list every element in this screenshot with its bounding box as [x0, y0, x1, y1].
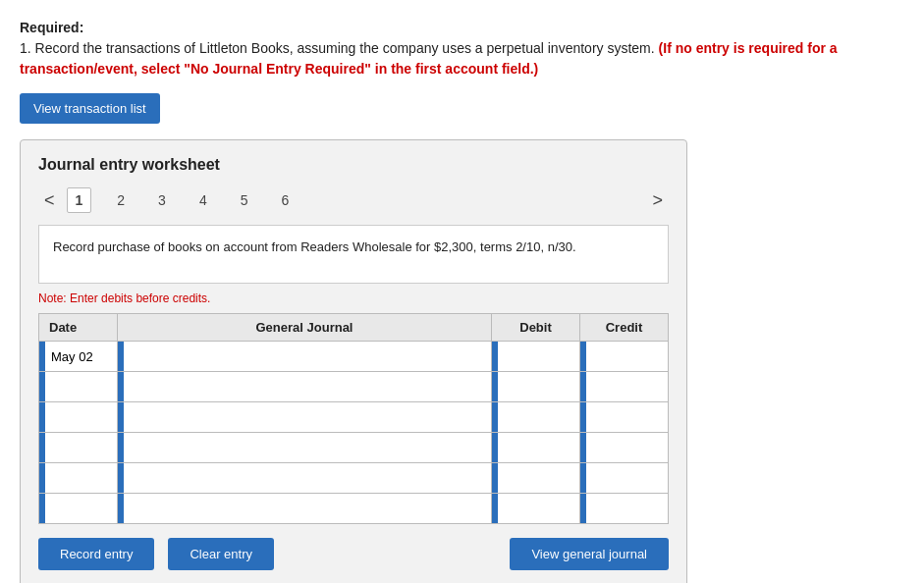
record-entry-button[interactable]: Record entry: [38, 538, 154, 570]
input-debit-6[interactable]: [498, 494, 579, 523]
cell-credit-5: [580, 463, 669, 494]
table-row: [39, 372, 669, 402]
cell-debit-4: [492, 433, 580, 463]
input-date-1[interactable]: [45, 342, 117, 371]
nav-tabs: 1 2 3 4 5 6: [67, 187, 298, 213]
input-credit-1[interactable]: [586, 342, 668, 371]
input-journal-3[interactable]: [124, 402, 491, 432]
table-row: [39, 342, 669, 372]
cell-credit-2: [580, 372, 669, 402]
input-journal-1[interactable]: [124, 342, 491, 371]
nav-tab-3[interactable]: 3: [150, 188, 174, 212]
cell-debit-6: [492, 494, 580, 524]
input-debit-5[interactable]: [498, 463, 579, 493]
cell-debit-1: [492, 342, 580, 372]
cell-debit-2: [492, 372, 580, 402]
input-journal-5[interactable]: [124, 463, 491, 493]
view-general-journal-button[interactable]: View general journal: [510, 538, 669, 570]
worksheet-title: Journal entry worksheet: [38, 156, 669, 174]
cell-journal-6: [118, 494, 492, 524]
table-row: [39, 463, 669, 494]
input-debit-1[interactable]: [498, 342, 579, 371]
input-date-3[interactable]: [45, 402, 117, 432]
description-box: Record purchase of books on account from…: [38, 225, 669, 284]
nav-row: < 1 2 3 4 5 6 >: [38, 187, 669, 213]
input-credit-3[interactable]: [586, 402, 668, 432]
input-credit-4[interactable]: [586, 433, 668, 462]
input-date-6[interactable]: [45, 494, 117, 523]
nav-arrow-left[interactable]: <: [38, 188, 61, 213]
cell-journal-5: [118, 463, 492, 494]
input-credit-5[interactable]: [586, 463, 668, 493]
nav-arrow-right[interactable]: >: [646, 188, 669, 213]
cell-journal-2: [118, 372, 492, 402]
nav-tab-5[interactable]: 5: [233, 188, 256, 212]
cell-debit-5: [492, 463, 580, 494]
cell-credit-3: [580, 402, 669, 433]
col-general-journal: General Journal: [118, 314, 492, 342]
cell-date-2: [39, 372, 118, 402]
input-credit-2[interactable]: [586, 372, 668, 401]
clear-entry-button[interactable]: Clear entry: [168, 538, 274, 570]
worksheet-container: Journal entry worksheet < 1 2 3 4 5 6 > …: [20, 139, 687, 583]
note-text: Note: Enter debits before credits.: [38, 292, 669, 305]
input-date-2[interactable]: [45, 372, 117, 401]
description-text: Record purchase of books on account from…: [53, 239, 576, 254]
input-journal-4[interactable]: [124, 433, 491, 462]
table-row: [39, 494, 669, 524]
cell-credit-1: [580, 342, 669, 372]
journal-table: Date General Journal Debit Credit: [38, 313, 669, 524]
required-label: Required:: [20, 20, 83, 35]
cell-journal-4: [118, 433, 492, 463]
cell-credit-6: [580, 494, 669, 524]
nav-tab-6[interactable]: 6: [274, 188, 298, 212]
nav-tab-2[interactable]: 2: [109, 188, 133, 212]
nav-tab-1[interactable]: 1: [67, 187, 92, 213]
input-journal-6[interactable]: [124, 494, 491, 523]
input-debit-4[interactable]: [498, 433, 579, 462]
col-debit: Debit: [492, 314, 580, 342]
col-date: Date: [39, 314, 118, 342]
table-row: [39, 402, 669, 433]
input-date-4[interactable]: [45, 433, 117, 462]
buttons-row: Record entry Clear entry View general jo…: [38, 538, 669, 570]
table-row: [39, 433, 669, 463]
cell-date-5: [39, 463, 118, 494]
cell-date-4: [39, 433, 118, 463]
input-debit-2[interactable]: [498, 372, 579, 401]
cell-date-6: [39, 494, 118, 524]
input-date-5[interactable]: [45, 463, 117, 493]
cell-credit-4: [580, 433, 669, 463]
required-header: Required: 1. Record the transactions of …: [20, 18, 904, 80]
input-debit-3[interactable]: [498, 402, 579, 432]
input-credit-6[interactable]: [586, 494, 668, 523]
view-transaction-button[interactable]: View transaction list: [20, 93, 160, 124]
cell-date-1: [39, 342, 118, 372]
cell-journal-3: [118, 402, 492, 433]
cell-date-3: [39, 402, 118, 433]
nav-tab-4[interactable]: 4: [191, 188, 215, 212]
input-journal-2[interactable]: [124, 372, 491, 401]
required-line1: 1. Record the transactions of Littleton …: [20, 40, 655, 56]
cell-journal-1: [118, 342, 492, 372]
cell-debit-3: [492, 402, 580, 433]
col-credit: Credit: [580, 314, 669, 342]
